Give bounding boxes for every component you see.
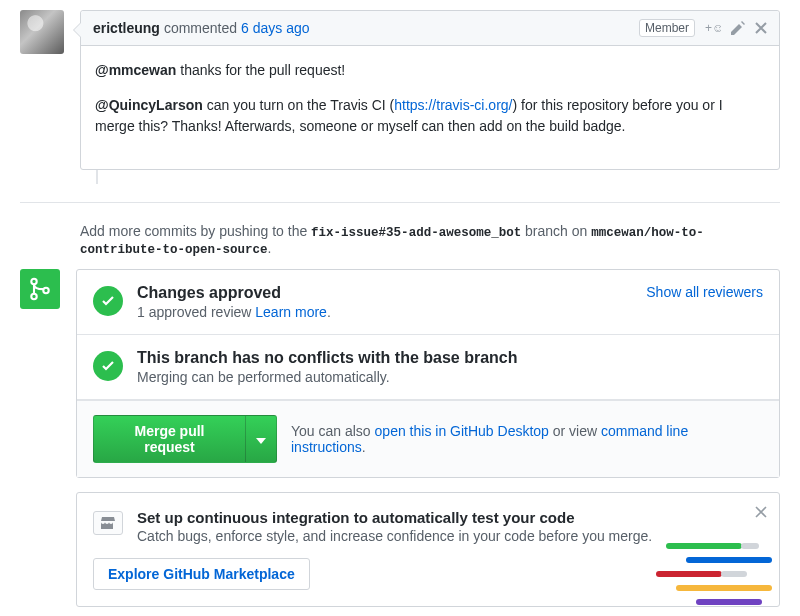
svg-text:+☺: +☺ — [705, 21, 721, 35]
push-hint: Add more commits by pushing to the fix-i… — [80, 217, 780, 269]
approved-title: Changes approved — [137, 284, 331, 302]
ci-decoration — [649, 532, 780, 607]
explore-marketplace-button[interactable]: Explore GitHub Marketplace — [93, 558, 310, 590]
merge-status-icon — [20, 269, 60, 309]
comment-body: @mmcewan thanks for the pull request! @Q… — [81, 46, 779, 169]
branch-name: fix-issue#35-add-awesome_bot — [311, 226, 521, 240]
conflict-title: This branch has no conflicts with the ba… — [137, 349, 518, 367]
push-hint-prefix: Add more commits by pushing to the — [80, 223, 311, 239]
comment-box: erictleung commented 6 days ago Member +… — [80, 10, 780, 170]
status-approved-row: Changes approved 1 approved review Learn… — [77, 270, 779, 335]
conflict-subtitle: Merging can be performed automatically. — [137, 369, 518, 385]
close-icon[interactable] — [755, 22, 767, 34]
github-desktop-link[interactable]: open this in GitHub Desktop — [375, 423, 549, 439]
approved-subtitle: 1 approved review Learn more. — [137, 304, 331, 320]
merge-hint: You can also open this in GitHub Desktop… — [291, 423, 763, 455]
edit-icon[interactable] — [731, 21, 745, 35]
comment-timestamp[interactable]: 6 days ago — [241, 20, 310, 36]
timeline-divider — [20, 202, 780, 203]
show-reviewers-link[interactable]: Show all reviewers — [646, 284, 763, 300]
merge-actions: Merge pull request You can also open thi… — [77, 400, 779, 477]
learn-more-link[interactable]: Learn more — [255, 304, 327, 320]
avatar[interactable] — [20, 10, 64, 54]
ci-title: Set up continuous integration to automat… — [137, 509, 652, 526]
merge-button-group: Merge pull request — [93, 415, 277, 463]
check-icon — [93, 351, 123, 381]
add-reaction-icon[interactable]: +☺ — [705, 20, 721, 36]
svg-point-2 — [31, 294, 36, 299]
mention-mmcewan[interactable]: @mmcewan — [95, 62, 176, 78]
comment-row: erictleung commented 6 days ago Member +… — [20, 10, 780, 170]
push-hint-suffix: . — [268, 240, 272, 256]
approved-sub-prefix: 1 approved review — [137, 304, 255, 320]
travis-link[interactable]: https://travis-ci.org/ — [394, 97, 512, 113]
timeline-line — [96, 170, 780, 184]
merge-button[interactable]: Merge pull request — [93, 415, 246, 463]
merge-hint-mid: or view — [549, 423, 601, 439]
marketplace-icon — [93, 511, 123, 535]
merge-hint-prefix: You can also — [291, 423, 375, 439]
merge-panel: Changes approved 1 approved review Learn… — [76, 269, 780, 478]
comment-p2-pre: can you turn on the Travis CI ( — [203, 97, 394, 113]
approved-sub-suffix: . — [327, 304, 331, 320]
status-conflict-row: This branch has no conflicts with the ba… — [77, 335, 779, 400]
svg-point-3 — [43, 288, 48, 293]
ci-subtitle: Catch bugs, enforce style, and increase … — [137, 528, 652, 544]
dismiss-icon[interactable] — [755, 505, 767, 521]
comment-author-link[interactable]: erictleung — [93, 20, 160, 36]
mention-quincylarson[interactable]: @QuincyLarson — [95, 97, 203, 113]
comment-p1-text: thanks for the pull request! — [176, 62, 345, 78]
comment-header: erictleung commented 6 days ago Member +… — [81, 11, 779, 46]
member-badge: Member — [639, 19, 695, 37]
ci-panel: Set up continuous integration to automat… — [76, 492, 780, 607]
svg-point-1 — [31, 279, 36, 284]
merge-area: Changes approved 1 approved review Learn… — [20, 269, 780, 478]
merge-hint-suffix: . — [362, 439, 366, 455]
check-icon — [93, 286, 123, 316]
push-hint-mid: branch on — [521, 223, 591, 239]
comment-action: commented — [164, 20, 237, 36]
merge-dropdown-button[interactable] — [245, 415, 277, 463]
